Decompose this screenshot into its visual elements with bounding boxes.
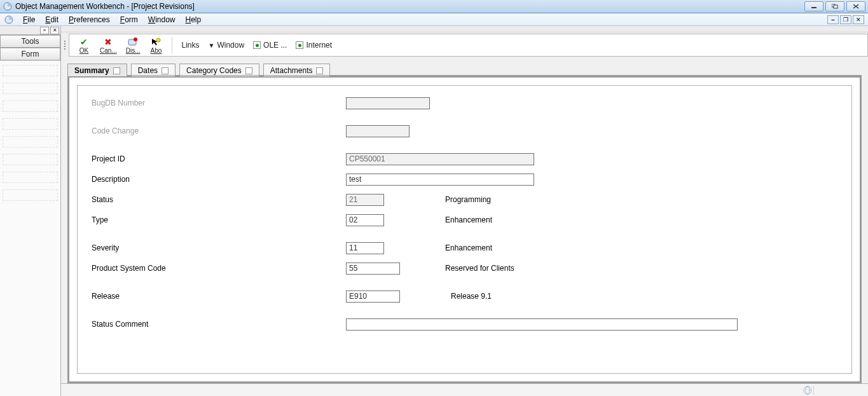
menu-file[interactable]: File: [18, 14, 40, 25]
row-statuscomment: Status Comment: [92, 317, 837, 331]
toolbar: ✔ OK ✖ Can... Dis... Abo: [69, 34, 868, 57]
rail-ghost-item: [3, 172, 58, 183]
desc-severity: Enhancement: [445, 243, 492, 252]
desc-release: Release 9.1: [451, 292, 492, 301]
rail-ghost-item: [3, 65, 58, 76]
rail-ghost-item: [3, 189, 58, 201]
display-button[interactable]: Dis...: [122, 36, 144, 55]
svg-rect-1: [811, 7, 816, 8]
svg-point-10: [804, 386, 811, 394]
rail-ghost-item: [3, 118, 58, 130]
ole-icon: [253, 41, 261, 49]
internet-link[interactable]: Internet: [292, 41, 336, 50]
mdi-window-controls: ‒ ❐ ✕: [826, 15, 864, 24]
label-bugdb: BugDB Number: [92, 99, 346, 107]
tab-underline: [67, 75, 862, 76]
desc-type: Enhancement: [445, 215, 492, 224]
label-statuscomment: Status Comment: [92, 320, 346, 329]
check-icon: ✔: [80, 37, 88, 47]
label-description: Description: [92, 175, 346, 184]
tab-category-codes[interactable]: Category Codes: [179, 64, 259, 76]
app-icon: [3, 1, 13, 11]
rail-pin-button[interactable]: »: [40, 27, 49, 34]
dropdown-arrow-icon: ▼: [208, 42, 214, 49]
maximize-button[interactable]: [825, 1, 844, 11]
rail-ghost-item: [3, 154, 58, 165]
title-bar: Object Management Workbench - [Project R…: [0, 0, 868, 13]
links-label: Links: [177, 41, 203, 50]
cursor-help-icon: [151, 37, 161, 47]
cross-icon: ✖: [104, 37, 112, 47]
desc-status: Programming: [445, 195, 491, 204]
content-area: ✔ OK ✖ Can... Dis... Abo: [61, 26, 868, 396]
rail-content: [0, 60, 60, 396]
display-errors-icon: [128, 37, 138, 47]
svg-point-8: [134, 38, 137, 41]
form-panel: BugDB Number Code Change Project ID Desc…: [77, 85, 852, 374]
tab-checkbox-icon: [162, 67, 169, 74]
input-productsyscode[interactable]: [346, 263, 400, 275]
status-bar: [61, 383, 868, 396]
toolbar-row: ✔ OK ✖ Can... Dis... Abo: [61, 32, 868, 58]
rail-ghost-item: [3, 83, 58, 94]
input-severity[interactable]: [346, 242, 384, 254]
menubar-app-icon: [4, 15, 14, 25]
label-status: Status: [92, 195, 346, 204]
svg-point-11: [806, 386, 809, 394]
menu-window[interactable]: Window: [143, 14, 181, 25]
status-right-pane: [813, 386, 864, 395]
toolbar-separator: [172, 37, 172, 53]
tab-dates[interactable]: Dates: [131, 64, 176, 76]
row-description: Description: [92, 172, 837, 186]
rail-tools-button[interactable]: Tools: [0, 35, 60, 48]
input-bugdb: [346, 97, 430, 109]
tab-checkbox-icon: [245, 67, 252, 74]
about-button[interactable]: Abo: [145, 36, 167, 55]
label-projectid: Project ID: [92, 154, 346, 163]
content-separator: [61, 26, 868, 32]
ok-button[interactable]: ✔ OK: [73, 36, 95, 55]
input-codechange: [346, 125, 410, 137]
left-rail: » ✕ Tools Form: [0, 26, 61, 396]
menu-help[interactable]: Help: [180, 14, 206, 25]
label-productsyscode: Product System Code: [92, 264, 346, 273]
rail-close-button[interactable]: ✕: [50, 27, 59, 34]
row-release: Release Release 9.1: [92, 289, 837, 303]
tab-strip: Summary Dates Category Codes Attachments: [61, 62, 868, 76]
tab-summary[interactable]: Summary: [67, 64, 127, 76]
menu-form[interactable]: Form: [115, 14, 143, 25]
tab-checkbox-icon: [113, 67, 120, 74]
form-frame: BugDB Number Code Change Project ID Desc…: [67, 76, 862, 383]
cancel-button[interactable]: ✖ Can...: [96, 36, 121, 55]
rail-form-button[interactable]: Form: [0, 48, 60, 60]
svg-rect-3: [834, 5, 837, 8]
desc-productsyscode: Reserved for Clients: [445, 264, 514, 273]
close-button[interactable]: [846, 1, 865, 11]
mdi-close-button[interactable]: ✕: [853, 15, 864, 24]
mdi-restore-button[interactable]: ❐: [840, 15, 851, 24]
label-severity: Severity: [92, 243, 346, 252]
window-controls: [803, 1, 865, 11]
input-statuscomment[interactable]: [346, 318, 738, 331]
input-description[interactable]: [346, 174, 534, 186]
menu-edit[interactable]: Edit: [40, 14, 64, 25]
window-dropdown[interactable]: ▼ Window: [204, 41, 248, 50]
minimize-button[interactable]: [804, 1, 823, 11]
internet-icon: [296, 41, 303, 49]
row-projectid: Project ID: [92, 152, 837, 166]
input-status: [346, 194, 384, 206]
row-type: Type Enhancement: [92, 213, 837, 227]
label-release: Release: [92, 292, 346, 301]
input-projectid: [346, 153, 534, 165]
toolbar-grip[interactable]: [62, 34, 67, 57]
row-productsyscode: Product System Code Reserved for Clients: [92, 261, 837, 275]
mdi-minimize-button[interactable]: ‒: [827, 15, 839, 24]
input-release[interactable]: [346, 290, 400, 303]
rail-ghost-item: [3, 100, 58, 112]
menu-bar: File Edit Preferences Form Window Help ‒…: [0, 13, 868, 26]
tab-attachments[interactable]: Attachments: [263, 64, 331, 76]
main-area: » ✕ Tools Form ✔ OK ✖: [0, 26, 868, 396]
menu-preferences[interactable]: Preferences: [64, 14, 115, 25]
ole-link[interactable]: OLE ...: [249, 41, 291, 50]
input-type[interactable]: [346, 214, 384, 226]
